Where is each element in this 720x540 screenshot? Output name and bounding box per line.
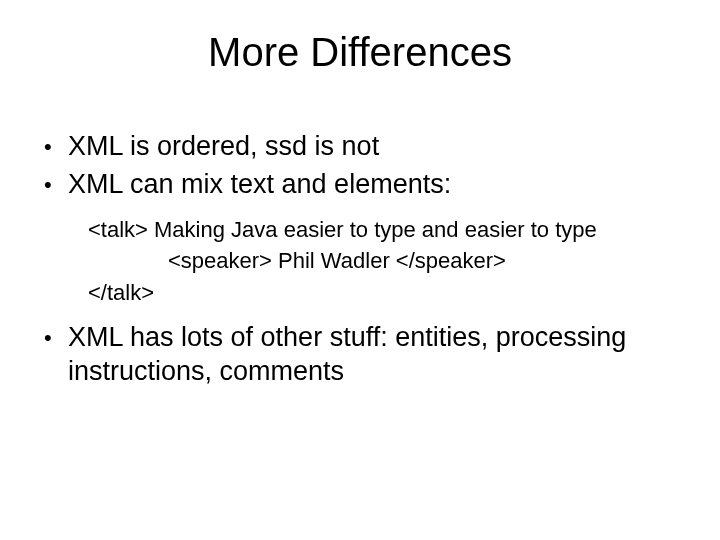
code-line: <talk> Making Java easier to type and ea… bbox=[88, 214, 680, 246]
code-line: </talk> bbox=[88, 277, 680, 309]
bullet-text: XML has lots of other stuff: entities, p… bbox=[68, 322, 626, 386]
bullet-text: XML can mix text and elements: bbox=[68, 169, 451, 199]
code-line: <speaker> Phil Wadler </speaker> bbox=[88, 245, 680, 277]
bullet-item: XML can mix text and elements: bbox=[40, 168, 680, 202]
bullet-item: XML is ordered, ssd is not bbox=[40, 130, 680, 164]
code-block: <talk> Making Java easier to type and ea… bbox=[88, 214, 680, 310]
slide: More Differences XML is ordered, ssd is … bbox=[0, 0, 720, 540]
slide-body: XML is ordered, ssd is not XML can mix t… bbox=[40, 130, 680, 393]
slide-title: More Differences bbox=[0, 30, 720, 75]
bullet-item: XML has lots of other stuff: entities, p… bbox=[40, 321, 680, 389]
bullet-text: XML is ordered, ssd is not bbox=[68, 131, 379, 161]
